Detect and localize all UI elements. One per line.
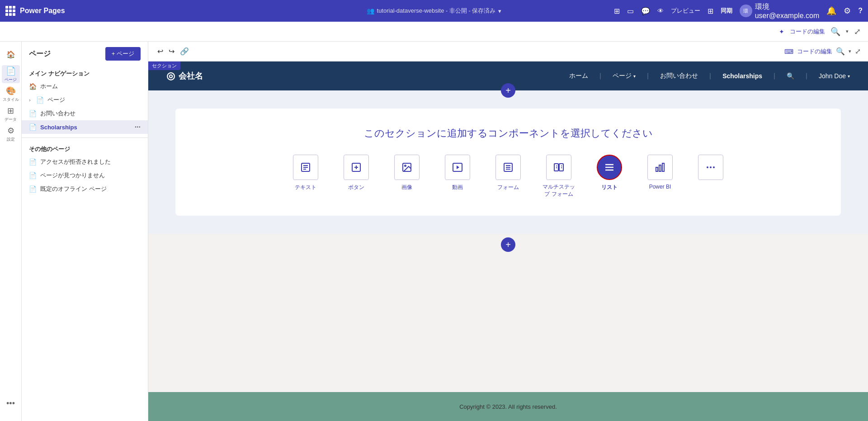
preview-label[interactable]: プレビュー <box>671 7 700 15</box>
component-multistep[interactable]: マルチステップ フォーム <box>541 155 577 198</box>
sidebar-item-offline[interactable]: 📄 既定のオフライン ページ <box>22 182 148 196</box>
eye-icon[interactable]: 👁 <box>657 7 664 14</box>
second-bar-right: ✦ コードの編集 🔍 ▾ ⤢ <box>779 27 861 37</box>
top-bar-left: Power Pages <box>5 6 288 16</box>
component-form[interactable]: フォーム <box>490 155 526 191</box>
pages-icon: 📄 <box>6 66 16 76</box>
component-selector-title: このセクションに追加するコンポーネントを選択してください <box>193 127 823 140</box>
text-icon-box <box>293 155 318 180</box>
sidebar-item-home[interactable]: 🏠 ホーム <box>22 80 148 93</box>
nav-contact[interactable]: お問い合わせ <box>660 72 698 80</box>
icon-nav-settings[interactable]: ⚙ 設定 <box>2 125 20 143</box>
company-name: 会社名 <box>179 71 203 81</box>
canvas-area: ↩ ↪ 🔗 ⌨ コードの編集 🔍 ▾ ⤢ セクション ◎ 会社名 <box>148 42 868 421</box>
expand-toolbar-icon[interactable]: ⤢ <box>855 47 861 56</box>
icon-nav-home[interactable]: 🏠 <box>2 45 20 63</box>
sidebar-item-scholarships[interactable]: 📄 Scholarships ··· <box>22 120 148 134</box>
component-selector: このセクションに追加するコンポーネントを選択してください テキスト <box>175 109 841 216</box>
sync-label[interactable]: 同期 <box>721 7 732 15</box>
content-section: このセクションに追加するコンポーネントを選択してください テキスト <box>148 90 868 234</box>
second-bar: ✦ コードの編集 🔍 ▾ ⤢ <box>0 22 868 42</box>
sidebar-home-label: ホーム <box>40 82 58 90</box>
top-bar-right: ⊞ ▭ 💬 👁 プレビュー ⊞ 同期 環 環境 user@example.com… <box>580 2 863 20</box>
nav-pages[interactable]: ページ ▾ <box>613 72 636 80</box>
top-bar: Power Pages 👥 tutorial-dataverse-website… <box>0 0 868 22</box>
site-info[interactable]: tutorial-dataverse-website - 非公開 - 保存済み <box>377 7 496 15</box>
icon-nav-data[interactable]: ⊞ データ <box>2 105 20 123</box>
styles-icon: 🎨 <box>6 86 16 96</box>
component-text[interactable]: テキスト <box>288 155 324 191</box>
avatar: 環 <box>740 5 752 17</box>
data-icon: ⊞ <box>7 106 14 116</box>
chevron-icon: › <box>29 97 31 103</box>
redo-button[interactable]: ↪ <box>167 45 176 57</box>
tablet-icon[interactable]: ▭ <box>627 7 634 15</box>
share-icon[interactable]: ⊞ <box>708 7 713 15</box>
code-edit-toolbar-button[interactable]: コードの編集 <box>797 47 832 56</box>
undo-button[interactable]: ↩ <box>156 45 165 57</box>
link-button[interactable]: 🔗 <box>178 45 191 57</box>
styles-label: スタイル <box>3 97 19 103</box>
section-tag: セクション <box>148 61 180 70</box>
nav-user[interactable]: John Doe ▾ <box>819 72 850 80</box>
nav-home[interactable]: ホーム <box>569 72 588 80</box>
icon-nav-pages[interactable]: 📄 ページ <box>2 65 20 83</box>
sidebar-item-not-found[interactable]: 📄 ページが見つかりません <box>22 169 148 182</box>
zoom-icon[interactable]: 🔍 <box>830 27 840 37</box>
component-button[interactable]: ボタン <box>338 155 374 191</box>
icon-nav: 🏠 📄 ページ 🎨 スタイル ⊞ データ ⚙ 設定 ••• <box>0 42 22 421</box>
component-more[interactable] <box>693 155 729 184</box>
icon-nav-more[interactable]: ••• <box>6 395 15 417</box>
help-icon[interactable]: ? <box>858 7 863 15</box>
chevron-down-icon[interactable]: ▾ <box>846 28 849 34</box>
access-denied-icon: 📄 <box>29 158 37 166</box>
vscode-icon: ⌨ <box>784 48 793 55</box>
add-section-top: + <box>148 83 868 98</box>
component-video[interactable]: 動画 <box>439 155 476 191</box>
zoom-toolbar-icon[interactable]: 🔍 <box>836 47 845 56</box>
add-page-button[interactable]: + ページ <box>105 47 141 61</box>
add-section-top-button[interactable]: + <box>501 83 515 98</box>
contact-nav-icon: 📄 <box>29 110 37 117</box>
dropdown-icon[interactable]: ▾ <box>498 8 501 14</box>
empty-canvas <box>148 255 868 392</box>
waffle-icon[interactable] <box>5 6 15 16</box>
not-found-label: ページが見つかりません <box>40 171 105 180</box>
component-image[interactable]: 画像 <box>389 155 425 191</box>
settings-icon: ⚙ <box>7 126 14 136</box>
svg-marker-10 <box>457 166 459 169</box>
add-section-bottom-row: + <box>148 234 868 255</box>
expand-icon[interactable]: ⤢ <box>854 27 861 37</box>
image-label: 画像 <box>401 184 412 191</box>
data-label: データ <box>5 117 17 123</box>
scholarships-more-icon[interactable]: ··· <box>135 123 141 131</box>
code-edit-button[interactable]: コードの編集 <box>790 28 825 36</box>
nav-scholarships[interactable]: Scholarships <box>722 72 762 80</box>
list-icon-box <box>597 155 622 180</box>
site-logo: ◎ 会社名 <box>166 70 203 82</box>
component-powerbi[interactable]: Power BI <box>642 155 678 190</box>
sidebar-contact-label: お問い合わせ <box>40 109 75 118</box>
sidebar-item-access-denied[interactable]: 📄 アクセスが拒否されました <box>22 155 148 169</box>
add-section-bottom-button[interactable]: + <box>501 237 515 252</box>
nav-search[interactable]: 🔍 <box>787 72 794 80</box>
svg-point-8 <box>405 165 406 166</box>
bell-icon[interactable]: 🔔 <box>826 6 836 16</box>
user-info: 環境 user@example.com <box>755 2 820 20</box>
user-section[interactable]: 環 環境 user@example.com <box>740 2 820 20</box>
component-list[interactable]: リスト <box>591 155 627 191</box>
gear-icon[interactable]: ⚙ <box>844 6 851 16</box>
offline-icon: 📄 <box>29 185 37 193</box>
user-name: 環境 <box>755 2 820 12</box>
grid-icon[interactable]: ⊞ <box>614 7 620 15</box>
video-icon-box <box>445 155 470 180</box>
comment-icon[interactable]: 💬 <box>641 7 650 15</box>
svg-point-28 <box>710 166 712 168</box>
logo-circle-icon: ◎ <box>166 70 175 82</box>
home-icon: 🏠 <box>6 50 15 59</box>
icon-nav-styles[interactable]: 🎨 スタイル <box>2 85 20 103</box>
sidebar-item-contact[interactable]: 📄 お問い合わせ <box>22 107 148 120</box>
sidebar-item-pages[interactable]: › 📄 ページ <box>22 93 148 107</box>
scholarships-nav-icon: 📄 <box>29 123 37 131</box>
zoom-chevron[interactable]: ▾ <box>849 48 851 54</box>
